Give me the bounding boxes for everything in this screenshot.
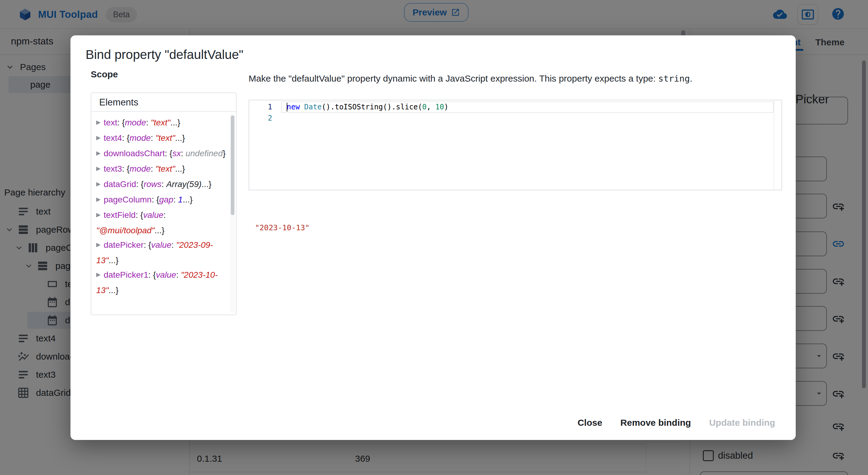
scope-label: Scope xyxy=(91,69,118,79)
close-button[interactable]: Close xyxy=(570,413,610,432)
scope-item-preview-part: ...} xyxy=(175,133,185,143)
scope-item-name: text4 xyxy=(104,133,122,143)
scope-item-preview-part: : xyxy=(181,149,186,158)
scope-elements-panel: Elements ▶text: {mode: "text"...}▶text4:… xyxy=(91,93,237,315)
scope-item-preview-part: undefined xyxy=(185,149,223,158)
scope-item-preview-part: : xyxy=(176,270,181,279)
scope-item-preview-part: : xyxy=(161,179,166,189)
scope-item-name: text3 xyxy=(104,164,122,173)
scope-item-preview-part: value xyxy=(151,240,172,249)
update-binding-button[interactable]: Update binding xyxy=(702,413,782,432)
scope-item-preview-part: ...} xyxy=(202,179,211,189)
scope-item-preview-part: : { xyxy=(144,240,151,249)
scope-item-preview-part: : { xyxy=(152,195,159,204)
expand-triangle-icon[interactable]: ▶ xyxy=(96,131,101,145)
scope-item-preview-part: gap xyxy=(159,195,173,204)
scope-item-name: datePicker xyxy=(104,240,144,249)
scope-item-preview-part: : { xyxy=(149,270,156,279)
expand-triangle-icon[interactable]: ▶ xyxy=(96,115,101,130)
scope-item-preview-part: mode xyxy=(129,133,151,143)
expand-triangle-icon[interactable]: ▶ xyxy=(96,177,101,191)
scope-item-name: text xyxy=(104,118,117,127)
scope-item-preview-part: "text" xyxy=(151,118,170,127)
dialog-actions: Close Remove binding Update binding xyxy=(570,413,782,432)
mui-toolpad-app: MUI Toolpad Beta Preview npm-stats Pages… xyxy=(0,0,868,475)
scope-item-preview-part: ...} xyxy=(175,164,185,173)
editor-lines: 1new Date().toISOString().slice(0, 10)2 xyxy=(249,102,772,124)
scope-elements-header: Elements xyxy=(91,93,236,112)
scope-item-datePicker[interactable]: ▶datePicker: {value: "2023-09-13"...} xyxy=(96,238,227,268)
description-period: . xyxy=(690,73,692,83)
scope-item-preview-part: ...} xyxy=(108,285,119,295)
scope-item-name: pageColumn xyxy=(104,195,152,204)
scope-item-preview-part: : xyxy=(172,240,176,249)
scope-item-preview-part: : xyxy=(151,164,155,173)
scope-item-preview-part: "@mui/toolpad" xyxy=(96,226,155,235)
scope-item-preview-part: } xyxy=(223,149,225,158)
scope-item-preview-part: : { xyxy=(122,133,129,143)
description-text: Make the "defaultValue" property dynamic… xyxy=(249,73,658,83)
expression-result-preview: "2023-10-13" xyxy=(255,223,310,232)
scope-item-preview-part: : xyxy=(151,133,155,143)
dialog-title: Bind property "defaultValue" xyxy=(86,47,244,62)
scope-item-text3[interactable]: ▶text3: {mode: "text"...} xyxy=(96,162,227,177)
scope-item-preview-part: : xyxy=(173,195,178,204)
expand-triangle-icon[interactable]: ▶ xyxy=(96,146,101,161)
scope-item-preview-part: : { xyxy=(136,179,144,189)
scope-item-preview-part: "text" xyxy=(155,164,175,173)
scope-item-textField[interactable]: ▶textField: {value: "@mui/toolpad"...} xyxy=(96,208,227,238)
expand-triangle-icon[interactable]: ▶ xyxy=(96,208,101,222)
scope-item-text[interactable]: ▶text: {mode: "text"...} xyxy=(96,115,227,131)
scope-item-preview-part: ...} xyxy=(183,195,193,204)
scope-item-preview-part: : { xyxy=(122,164,129,173)
scope-item-preview-part: mode xyxy=(125,118,146,127)
scope-item-name: downloadsChart xyxy=(104,149,165,158)
remove-binding-button[interactable]: Remove binding xyxy=(613,413,698,432)
scope-item-preview-part: : { xyxy=(135,210,143,220)
scope-item-preview-part: : { xyxy=(165,149,173,158)
scope-item-preview-part: ...} xyxy=(108,256,119,265)
scope-item-preview-part: 1 xyxy=(178,195,183,204)
editor-scrollbar-rule xyxy=(774,100,774,190)
scope-item-preview-part: ...} xyxy=(155,226,164,235)
scope-item-preview-part: Array(59) xyxy=(166,179,202,189)
editor-line-2: 2 xyxy=(249,113,772,124)
scope-item-preview-part: : xyxy=(146,118,151,127)
bind-property-dialog: Bind property "defaultValue" Scope Eleme… xyxy=(70,35,796,440)
scope-item-name: textField xyxy=(104,210,136,220)
scope-item-preview-part: value xyxy=(143,210,163,220)
text-cursor xyxy=(287,103,287,111)
scope-item-name: datePicker1 xyxy=(104,270,149,279)
scope-item-preview-part: mode xyxy=(129,164,151,173)
scope-item-text4[interactable]: ▶text4: {mode: "text"...} xyxy=(96,131,227,146)
scope-scrollbar-thumb[interactable] xyxy=(231,115,235,215)
scope-elements-list: ▶text: {mode: "text"...}▶text4: {mode: "… xyxy=(91,112,236,298)
scope-item-preview-part: "text" xyxy=(155,133,175,143)
expand-triangle-icon[interactable]: ▶ xyxy=(96,267,101,282)
line-number: 1 xyxy=(249,102,272,113)
scope-item-preview-part: value xyxy=(156,270,176,279)
expected-type-code: string xyxy=(658,73,690,84)
scope-item-preview-part: : { xyxy=(117,118,125,127)
expand-triangle-icon[interactable]: ▶ xyxy=(96,161,101,176)
scope-scrollbar[interactable] xyxy=(230,113,235,313)
scope-item-preview-part: ...} xyxy=(170,118,180,127)
code-text: new Date().toISOString().slice(0, 10) xyxy=(287,102,448,113)
js-expression-editor[interactable]: 1new Date().toISOString().slice(0, 10)2 xyxy=(249,100,782,190)
scope-item-dataGrid[interactable]: ▶dataGrid: {rows: Array(59)...} xyxy=(96,177,227,193)
scope-item-preview-part: rows xyxy=(144,179,161,189)
expand-triangle-icon[interactable]: ▶ xyxy=(96,192,101,207)
scope-item-preview-part: : xyxy=(163,210,166,220)
dialog-description: Make the "defaultValue" property dynamic… xyxy=(249,73,787,84)
scope-item-preview-part: sx xyxy=(173,149,181,158)
scope-item-pageColumn[interactable]: ▶pageColumn: {gap: 1...} xyxy=(96,193,227,208)
editor-line-1: 1new Date().toISOString().slice(0, 10) xyxy=(249,102,772,113)
line-number: 2 xyxy=(249,113,272,124)
scope-item-datePicker1[interactable]: ▶datePicker1: {value: "2023-10-13"...} xyxy=(96,268,227,298)
scope-item-name: dataGrid xyxy=(104,179,136,189)
expand-triangle-icon[interactable]: ▶ xyxy=(96,238,101,252)
scope-item-downloadsChart[interactable]: ▶downloadsChart: {sx: undefined} xyxy=(96,146,227,162)
